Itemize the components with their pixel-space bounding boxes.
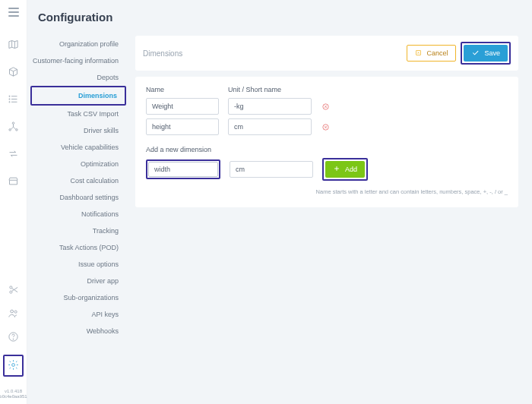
sidebar-item-driver-skills[interactable]: Driver skills [27,122,129,139]
sidebar-item-api[interactable]: API keys [27,306,129,323]
svg-point-12 [12,363,15,366]
network-icon[interactable] [8,121,19,134]
sidebar-item-notifications[interactable]: Notifications [27,206,129,223]
store-icon[interactable] [8,175,19,188]
new-name-input[interactable] [148,162,218,177]
package-icon[interactable] [8,66,19,79]
menu-icon[interactable] [8,8,19,17]
sidebar-item-suborg[interactable]: Sub-organizations [27,289,129,306]
svg-point-11 [13,339,14,339]
version-info: v1.0.418 b0c4e0aa951 [0,389,27,399]
svg-point-1 [9,99,10,99]
sidebar-item-dimensions[interactable]: Dimensions [32,87,125,104]
cancel-icon [415,49,422,58]
settings-sidebar: Organization profile Customer-facing inf… [27,31,129,404]
svg-point-7 [10,291,12,293]
help-icon[interactable] [8,331,19,344]
svg-point-3 [12,122,14,125]
gear-icon-highlight [3,355,24,377]
page-title: Configuration [27,0,532,31]
check-icon [471,49,480,58]
transfer-icon[interactable] [8,148,19,161]
gear-icon[interactable] [8,364,19,372]
sidebar-item-task-csv[interactable]: Task CSV Import [27,106,129,122]
sidebar-item-pod[interactable]: Task Actions (POD) [27,239,129,256]
new-unit-input[interactable] [230,161,313,178]
sidebar-item-depots[interactable]: Depots [27,69,129,86]
sidebar-item-webhooks[interactable]: Webhooks [27,323,129,339]
save-label: Save [484,49,500,57]
sidebar-item-vehicle-cap[interactable]: Vehicle capabilities [27,139,129,156]
scissors-icon[interactable] [8,284,19,297]
nav-rail: v1.0.418 b0c4e0aa951 [0,0,27,404]
hint-text: Name starts with a letter and can contai… [146,188,508,195]
svg-point-8 [11,310,14,313]
dimension-name-input[interactable] [146,118,219,135]
plus-icon [333,165,340,174]
col-unit-header: Unit / Short name [228,86,312,93]
sidebar-item-dashboard[interactable]: Dashboard settings [27,189,129,206]
dimension-row [146,118,508,135]
add-button[interactable]: Add [325,161,365,178]
build-hash: b0c4e0aa951 [0,394,27,399]
sidebar-item-optimization[interactable]: Optimization [27,156,129,172]
map-icon[interactable] [8,39,19,52]
save-button[interactable]: Save [464,45,508,62]
dimension-unit-input[interactable] [228,98,312,115]
svg-point-6 [10,286,12,288]
cancel-label: Cancel [426,49,448,57]
add-label: Add [345,166,357,173]
card: Name Unit / Short name Add a new dimensi… [135,77,518,207]
users-icon[interactable] [8,308,19,320]
save-highlight: Save [461,42,511,65]
svg-point-0 [9,96,10,96]
add-button-highlight: Add [322,158,368,181]
name-input-highlight [146,159,220,179]
svg-point-4 [9,129,11,131]
svg-point-5 [16,129,18,131]
cancel-button[interactable]: Cancel [407,45,456,62]
dimension-row [146,98,508,115]
panel: Dimensions Cancel Save Name [129,31,532,404]
dimension-name-input[interactable] [146,98,219,115]
svg-point-2 [9,102,10,103]
sidebar-item-cost[interactable]: Cost calculation [27,172,129,189]
sidebar-item-organization-profile[interactable]: Organization profile [27,36,129,52]
add-row: Add [146,158,508,181]
sidebar-item-tracking[interactable]: Tracking [27,223,129,239]
delete-icon[interactable] [321,102,330,111]
main: Configuration Organization profile Custo… [27,0,532,404]
sidebar-item-customer-facing[interactable]: Customer-facing information [27,52,129,69]
sidebar-highlight: Dimensions [30,86,126,106]
version-number: v1.0.418 [0,389,27,394]
list-icon[interactable] [8,93,19,106]
delete-icon[interactable] [321,122,330,131]
sidebar-item-issue[interactable]: Issue options [27,256,129,273]
panel-title: Dimensions [143,49,407,58]
add-dimension-label: Add a new dimension [146,146,508,153]
sidebar-item-driver-app[interactable]: Driver app [27,273,129,289]
svg-point-9 [14,311,17,313]
action-bar: Dimensions Cancel Save [135,36,518,71]
dimension-unit-input[interactable] [228,118,312,135]
col-name-header: Name [146,86,219,93]
